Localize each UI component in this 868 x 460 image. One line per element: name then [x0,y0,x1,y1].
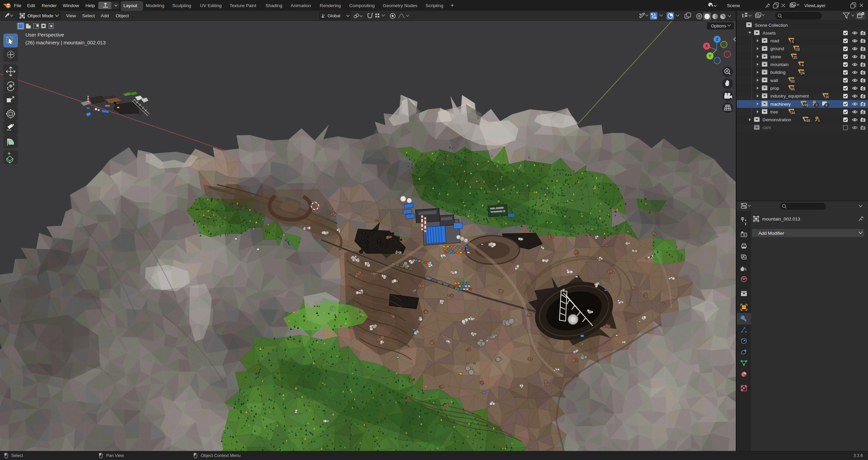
svg-text:+: + [451,2,454,8]
svg-text:Options: Options [711,23,726,28]
svg-text:Modeling: Modeling [146,3,164,8]
svg-text:4: 4 [802,64,804,67]
svg-text:Sculpting: Sculpting [172,3,191,8]
svg-text:Object Context Menu: Object Context Menu [201,453,240,458]
svg-text:machinery: machinery [770,102,791,107]
svg-text:Compositing: Compositing [349,3,375,8]
svg-text:Assets: Assets [763,30,776,36]
svg-text:building: building [770,70,786,75]
svg-text:Help: Help [85,3,95,8]
svg-text:mountain: mountain [770,62,788,67]
svg-text:Render: Render [42,3,57,8]
svg-text:(26) machinery | mountain_002.: (26) machinery | mountain_002.013 [25,40,106,45]
svg-text:Rendering: Rendering [320,3,341,8]
svg-text:Layout: Layout [123,3,137,8]
svg-text:5: 5 [792,40,794,44]
svg-text:+99: +99 [804,119,810,123]
svg-text:18: 18 [796,48,800,51]
svg-text:UV Editing: UV Editing [200,3,222,8]
svg-text:65: 65 [791,87,795,91]
svg-text:road: road [770,38,779,43]
svg-text:Select: Select [82,13,95,18]
svg-text:Z: Z [716,37,718,41]
svg-text:View: View [66,13,76,18]
svg-text:stone: stone [770,54,781,59]
svg-text:Window: Window [63,3,79,8]
svg-text:3: 3 [815,103,817,107]
svg-text:Pan View: Pan View [106,453,124,458]
svg-text:Edit: Edit [27,3,35,8]
svg-text:5: 5 [818,119,820,123]
svg-text:ground: ground [770,46,784,51]
svg-text:24: 24 [801,71,805,75]
svg-text:Scene: Scene [727,3,740,8]
svg-text:Scene Collection: Scene Collection [755,23,788,28]
svg-text:Animation: Animation [291,3,311,8]
svg-text:cam: cam [763,125,771,130]
svg-text:tree: tree [770,109,778,114]
svg-text:industry_equipment: industry_equipment [770,93,809,99]
svg-text:8: 8 [826,104,828,107]
svg-text:Object: Object [116,13,129,18]
svg-text:Y: Y [709,54,711,58]
svg-text:+99: +99 [802,103,808,107]
svg-text:Texture Paint: Texture Paint [230,3,256,8]
svg-text:Geometry Nodes: Geometry Nodes [383,3,417,8]
svg-text:34: 34 [791,111,795,115]
svg-text:Object Mode: Object Mode [27,13,54,18]
svg-text:Select: Select [11,453,23,458]
svg-text:Scripting: Scripting [426,3,443,8]
svg-text:X: X [705,44,708,48]
svg-text:prop: prop [770,86,779,91]
svg-text:mountain_002.013: mountain_002.013 [762,216,800,222]
svg-text:File: File [14,3,21,8]
svg-text:Demonstration: Demonstration [763,117,791,122]
svg-text:Global: Global [328,13,340,18]
svg-text:16: 16 [825,95,829,99]
svg-text:wall: wall [770,78,778,83]
svg-text:25: 25 [793,56,797,60]
svg-text:User Perspective: User Perspective [25,32,64,38]
svg-text:ViewLayer: ViewLayer [804,3,826,8]
svg-text:50: 50 [791,80,795,83]
svg-text:Add: Add [101,13,109,18]
svg-text:Shading: Shading [265,3,282,8]
svg-text:3.3.6: 3.3.6 [853,453,863,458]
svg-text:Add Modifier: Add Modifier [758,231,784,236]
